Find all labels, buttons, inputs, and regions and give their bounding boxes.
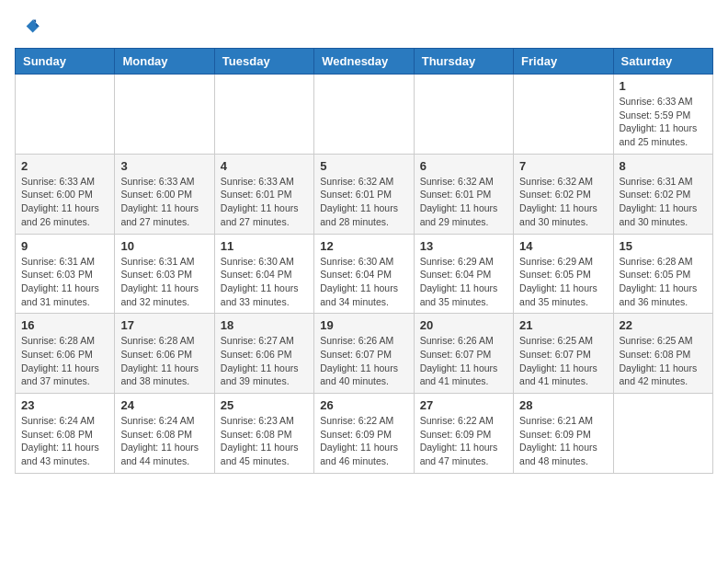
day-info: Sunrise: 6:28 AMSunset: 6:06 PMDaylight:…	[120, 334, 208, 388]
day-info: Sunrise: 6:28 AMSunset: 6:05 PMDaylight:…	[620, 255, 707, 309]
day-number: 4	[221, 159, 308, 173]
day-cell: 20Sunrise: 6:26 AMSunset: 6:07 PMDayligh…	[414, 314, 513, 394]
day-number: 13	[420, 239, 507, 253]
day-cell: 16Sunrise: 6:28 AMSunset: 6:06 PMDayligh…	[16, 314, 115, 394]
day-info: Sunrise: 6:26 AMSunset: 6:07 PMDaylight:…	[420, 334, 507, 388]
day-info: Sunrise: 6:29 AMSunset: 6:04 PMDaylight:…	[420, 255, 507, 309]
day-number: 12	[320, 239, 407, 253]
day-cell: 2Sunrise: 6:33 AMSunset: 6:00 PMDaylight…	[16, 154, 115, 234]
day-number: 16	[21, 318, 108, 332]
day-cell: 12Sunrise: 6:30 AMSunset: 6:04 PMDayligh…	[314, 234, 414, 314]
day-cell: 18Sunrise: 6:27 AMSunset: 6:06 PMDayligh…	[214, 314, 313, 394]
day-cell: 26Sunrise: 6:22 AMSunset: 6:09 PMDayligh…	[314, 394, 414, 474]
day-number: 20	[420, 318, 507, 332]
calendar-body: 1Sunrise: 6:33 AMSunset: 5:59 PMDaylight…	[16, 75, 713, 474]
day-info: Sunrise: 6:33 AMSunset: 6:01 PMDaylight:…	[221, 175, 308, 229]
day-number: 14	[519, 239, 607, 253]
day-cell: 5Sunrise: 6:32 AMSunset: 6:01 PMDaylight…	[314, 154, 414, 234]
day-number: 6	[420, 159, 507, 173]
weekday-monday: Monday	[115, 49, 214, 75]
day-number: 7	[519, 159, 607, 173]
day-cell: 9Sunrise: 6:31 AMSunset: 6:03 PMDaylight…	[16, 234, 115, 314]
day-info: Sunrise: 6:32 AMSunset: 6:02 PMDaylight:…	[519, 175, 607, 229]
day-cell: 1Sunrise: 6:33 AMSunset: 5:59 PMDaylight…	[613, 75, 712, 155]
day-cell: 27Sunrise: 6:22 AMSunset: 6:09 PMDayligh…	[414, 394, 513, 474]
logo-icon	[15, 15, 40, 40]
day-info: Sunrise: 6:33 AMSunset: 6:00 PMDaylight:…	[120, 175, 208, 229]
calendar: SundayMondayTuesdayWednesdayThursdayFrid…	[15, 48, 713, 474]
day-info: Sunrise: 6:23 AMSunset: 6:08 PMDaylight:…	[221, 414, 308, 468]
day-number: 27	[420, 398, 507, 412]
day-cell: 17Sunrise: 6:28 AMSunset: 6:06 PMDayligh…	[115, 314, 214, 394]
week-row-5: 23Sunrise: 6:24 AMSunset: 6:08 PMDayligh…	[16, 394, 713, 474]
day-number: 10	[120, 239, 208, 253]
weekday-header: SundayMondayTuesdayWednesdayThursdayFrid…	[16, 49, 713, 75]
day-number: 3	[120, 159, 208, 173]
day-info: Sunrise: 6:32 AMSunset: 6:01 PMDaylight:…	[420, 175, 507, 229]
day-info: Sunrise: 6:22 AMSunset: 6:09 PMDaylight:…	[420, 414, 507, 468]
day-info: Sunrise: 6:25 AMSunset: 6:07 PMDaylight:…	[519, 334, 607, 388]
day-cell: 11Sunrise: 6:30 AMSunset: 6:04 PMDayligh…	[214, 234, 313, 314]
weekday-friday: Friday	[514, 49, 613, 75]
day-info: Sunrise: 6:24 AMSunset: 6:08 PMDaylight:…	[21, 414, 108, 468]
day-number: 23	[21, 398, 108, 412]
day-cell	[514, 75, 613, 155]
day-info: Sunrise: 6:27 AMSunset: 6:06 PMDaylight:…	[221, 334, 308, 388]
day-info: Sunrise: 6:31 AMSunset: 6:03 PMDaylight:…	[120, 255, 208, 309]
day-number: 21	[519, 318, 607, 332]
day-info: Sunrise: 6:33 AMSunset: 6:00 PMDaylight:…	[21, 175, 108, 229]
day-info: Sunrise: 6:25 AMSunset: 6:08 PMDaylight:…	[620, 334, 707, 388]
day-info: Sunrise: 6:31 AMSunset: 6:03 PMDaylight:…	[21, 255, 108, 309]
day-cell	[314, 75, 414, 155]
day-number: 8	[620, 159, 707, 173]
day-cell: 14Sunrise: 6:29 AMSunset: 6:05 PMDayligh…	[514, 234, 613, 314]
day-number: 18	[221, 318, 308, 332]
day-cell: 24Sunrise: 6:24 AMSunset: 6:08 PMDayligh…	[115, 394, 214, 474]
day-info: Sunrise: 6:21 AMSunset: 6:09 PMDaylight:…	[519, 414, 607, 468]
day-number: 26	[320, 398, 407, 412]
weekday-wednesday: Wednesday	[314, 49, 414, 75]
day-number: 25	[221, 398, 308, 412]
day-cell	[16, 75, 115, 155]
day-info: Sunrise: 6:26 AMSunset: 6:07 PMDaylight:…	[320, 334, 407, 388]
week-row-2: 2Sunrise: 6:33 AMSunset: 6:00 PMDaylight…	[16, 154, 713, 234]
week-row-4: 16Sunrise: 6:28 AMSunset: 6:06 PMDayligh…	[16, 314, 713, 394]
day-cell: 25Sunrise: 6:23 AMSunset: 6:08 PMDayligh…	[214, 394, 313, 474]
page-header	[15, 15, 713, 40]
day-number: 24	[120, 398, 208, 412]
day-cell: 15Sunrise: 6:28 AMSunset: 6:05 PMDayligh…	[613, 234, 712, 314]
day-number: 17	[120, 318, 208, 332]
week-row-1: 1Sunrise: 6:33 AMSunset: 5:59 PMDaylight…	[16, 75, 713, 155]
day-info: Sunrise: 6:33 AMSunset: 5:59 PMDaylight:…	[620, 95, 707, 149]
weekday-thursday: Thursday	[414, 49, 513, 75]
day-number: 22	[620, 318, 707, 332]
weekday-sunday: Sunday	[16, 49, 115, 75]
day-cell	[414, 75, 513, 155]
day-info: Sunrise: 6:31 AMSunset: 6:02 PMDaylight:…	[620, 175, 707, 229]
day-cell	[214, 75, 313, 155]
day-cell: 21Sunrise: 6:25 AMSunset: 6:07 PMDayligh…	[514, 314, 613, 394]
day-number: 5	[320, 159, 407, 173]
day-cell: 22Sunrise: 6:25 AMSunset: 6:08 PMDayligh…	[613, 314, 712, 394]
weekday-saturday: Saturday	[613, 49, 712, 75]
day-cell: 3Sunrise: 6:33 AMSunset: 6:00 PMDaylight…	[115, 154, 214, 234]
day-info: Sunrise: 6:30 AMSunset: 6:04 PMDaylight:…	[320, 255, 407, 309]
day-number: 2	[21, 159, 108, 173]
day-cell	[613, 394, 712, 474]
day-cell: 10Sunrise: 6:31 AMSunset: 6:03 PMDayligh…	[115, 234, 214, 314]
day-info: Sunrise: 6:24 AMSunset: 6:08 PMDaylight:…	[120, 414, 208, 468]
day-number: 9	[21, 239, 108, 253]
day-cell: 7Sunrise: 6:32 AMSunset: 6:02 PMDaylight…	[514, 154, 613, 234]
day-cell: 19Sunrise: 6:26 AMSunset: 6:07 PMDayligh…	[314, 314, 414, 394]
day-cell: 13Sunrise: 6:29 AMSunset: 6:04 PMDayligh…	[414, 234, 513, 314]
day-number: 28	[519, 398, 607, 412]
day-number: 1	[620, 79, 707, 93]
day-info: Sunrise: 6:29 AMSunset: 6:05 PMDaylight:…	[519, 255, 607, 309]
day-number: 15	[620, 239, 707, 253]
logo	[15, 15, 44, 40]
week-row-3: 9Sunrise: 6:31 AMSunset: 6:03 PMDaylight…	[16, 234, 713, 314]
day-cell: 8Sunrise: 6:31 AMSunset: 6:02 PMDaylight…	[613, 154, 712, 234]
day-info: Sunrise: 6:32 AMSunset: 6:01 PMDaylight:…	[320, 175, 407, 229]
weekday-tuesday: Tuesday	[214, 49, 313, 75]
day-info: Sunrise: 6:28 AMSunset: 6:06 PMDaylight:…	[21, 334, 108, 388]
